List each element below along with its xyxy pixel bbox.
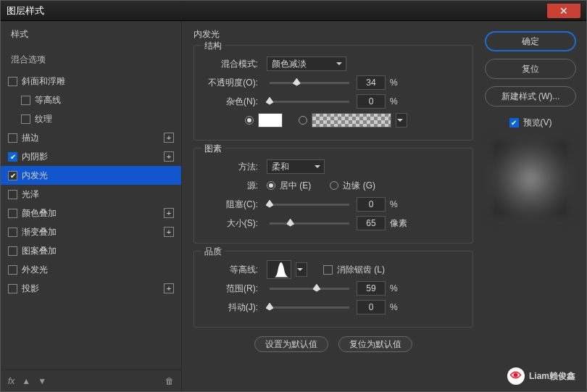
range-label: 范围(R):: [204, 283, 262, 295]
opacity-slider[interactable]: [270, 82, 349, 84]
glow-color-swatch[interactable]: [258, 113, 283, 128]
style-item-10[interactable]: 外发光: [1, 260, 181, 279]
add-effect-icon[interactable]: +: [164, 283, 174, 293]
size-slider[interactable]: [270, 222, 349, 225]
jitter-input[interactable]: 0: [357, 300, 386, 314]
style-label: 斜面和浮雕: [22, 75, 174, 88]
quality-label: 品质: [201, 246, 225, 258]
technique-select[interactable]: 柔和: [267, 159, 325, 174]
style-item-3[interactable]: 描边+: [1, 128, 181, 147]
elements-label: 图素: [201, 143, 225, 155]
choke-label: 阻塞(C):: [204, 199, 262, 211]
style-item-9[interactable]: 图案叠加: [1, 241, 181, 260]
style-checkbox[interactable]: [8, 171, 17, 180]
settings-panel: 内发光 结构 混合模式: 颜色减淡 不透明度(O): 34 % 杂色(N): 0: [182, 21, 485, 391]
source-label: 源:: [204, 180, 262, 192]
source-edge-label[interactable]: 边缘 (G): [343, 180, 375, 192]
style-checkbox[interactable]: [8, 190, 17, 199]
style-label: 等高线: [35, 94, 174, 107]
blend-mode-select[interactable]: 颜色减淡: [267, 57, 346, 71]
glow-gradient-swatch[interactable]: [312, 113, 391, 128]
technique-label: 方法:: [204, 161, 262, 173]
watermark: 👁 Liam赖俊鑫: [507, 367, 575, 385]
close-button[interactable]: ✕: [547, 4, 580, 18]
sidebar-footer: fx ▲ ▼ 🗑: [1, 370, 181, 391]
style-checkbox[interactable]: [8, 77, 17, 86]
style-checkbox[interactable]: [8, 265, 17, 275]
make-default-button[interactable]: 设置为默认值: [254, 336, 328, 352]
style-checkbox[interactable]: [8, 152, 17, 162]
reset-default-button[interactable]: 复位为默认值: [338, 336, 412, 352]
color-radio[interactable]: [245, 116, 254, 125]
layer-style-dialog: 图层样式 ✕ 样式 混合选项 斜面和浮雕等高线纹理描边+内阴影+内发光光泽颜色叠…: [0, 0, 587, 392]
choke-input[interactable]: 0: [357, 197, 386, 212]
range-slider[interactable]: [270, 288, 349, 290]
style-checkbox[interactable]: [8, 246, 17, 256]
style-item-2[interactable]: 纹理: [1, 109, 181, 128]
contour-picker[interactable]: [267, 260, 291, 279]
move-up-icon[interactable]: ▲: [22, 376, 30, 386]
move-down-icon[interactable]: ▼: [38, 376, 46, 386]
add-effect-icon[interactable]: +: [164, 133, 174, 143]
style-checkbox[interactable]: [21, 96, 30, 105]
style-item-11[interactable]: 投影+: [1, 279, 181, 298]
trash-icon[interactable]: 🗑: [165, 376, 174, 386]
structure-label: 结构: [201, 40, 225, 52]
right-panel: 确定 复位 新建样式 (W)... 预览(V): [485, 21, 586, 391]
source-center-radio[interactable]: [267, 181, 275, 190]
add-effect-icon[interactable]: +: [164, 208, 174, 218]
add-effect-icon[interactable]: +: [164, 227, 174, 237]
style-checkbox[interactable]: [8, 133, 17, 143]
preview-label[interactable]: 预览(V): [523, 117, 552, 129]
window-title: 图层样式: [7, 4, 547, 17]
blending-options[interactable]: 混合选项: [1, 48, 181, 72]
jitter-slider[interactable]: [270, 306, 349, 309]
choke-slider[interactable]: [270, 204, 349, 206]
style-item-7[interactable]: 颜色叠加+: [1, 204, 181, 222]
style-checkbox[interactable]: [8, 228, 17, 237]
preview-checkbox[interactable]: [509, 118, 519, 128]
cancel-button[interactable]: 复位: [485, 59, 576, 79]
style-item-1[interactable]: 等高线: [1, 91, 181, 109]
source-edge-radio[interactable]: [330, 181, 338, 190]
styles-sidebar: 样式 混合选项 斜面和浮雕等高线纹理描边+内阴影+内发光光泽颜色叠加+渐变叠加+…: [1, 21, 182, 391]
blend-mode-label: 混合模式:: [204, 58, 262, 70]
style-item-0[interactable]: 斜面和浮雕: [1, 72, 181, 91]
antialias-checkbox[interactable]: [323, 265, 333, 275]
add-effect-icon[interactable]: +: [164, 151, 174, 162]
antialias-label[interactable]: 消除锯齿 (L): [337, 264, 385, 276]
preview-thumbnail: [491, 139, 570, 219]
styles-heading[interactable]: 样式: [1, 21, 181, 48]
style-item-6[interactable]: 光泽: [1, 185, 181, 204]
style-label: 颜色叠加: [22, 207, 159, 220]
quality-group: 品质 等高线: 消除锯齿 (L) 范围(R): 59 %: [193, 251, 473, 328]
style-label: 描边: [22, 132, 159, 144]
fx-menu-icon[interactable]: fx: [8, 376, 14, 386]
style-checkbox[interactable]: [21, 114, 30, 124]
style-label: 内发光: [22, 170, 174, 182]
style-label: 投影: [22, 283, 159, 295]
range-input[interactable]: 59: [357, 281, 386, 296]
style-item-8[interactable]: 渐变叠加+: [1, 222, 181, 241]
size-label: 大小(S):: [204, 217, 262, 230]
style-label: 图案叠加: [22, 245, 174, 257]
gradient-menu[interactable]: [396, 113, 407, 128]
gradient-radio[interactable]: [299, 116, 307, 125]
style-item-5[interactable]: 内发光: [1, 166, 181, 185]
noise-slider[interactable]: [270, 101, 349, 103]
style-item-4[interactable]: 内阴影+: [1, 147, 181, 166]
style-label: 外发光: [22, 264, 174, 276]
style-checkbox[interactable]: [8, 284, 17, 293]
new-style-button[interactable]: 新建样式 (W)...: [485, 86, 576, 107]
opacity-label: 不透明度(O):: [204, 77, 262, 89]
style-label: 渐变叠加: [22, 226, 159, 238]
size-input[interactable]: 65: [357, 216, 386, 230]
source-center-label[interactable]: 居中 (E): [280, 180, 311, 192]
style-label: 内阴影: [22, 151, 159, 163]
ok-button[interactable]: 确定: [485, 31, 576, 51]
style-checkbox[interactable]: [8, 209, 17, 218]
opacity-input[interactable]: 34: [357, 75, 386, 90]
style-label: 纹理: [35, 113, 174, 125]
contour-menu[interactable]: [296, 262, 307, 277]
noise-input[interactable]: 0: [357, 94, 386, 109]
